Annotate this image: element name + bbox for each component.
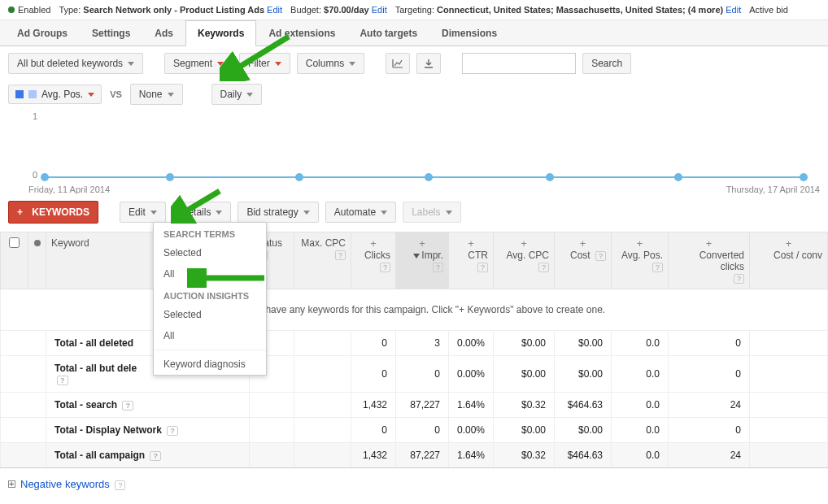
select-all-checkbox[interactable] [9, 237, 20, 248]
automate-dropdown[interactable]: Automate [325, 202, 396, 223]
budget-group: Budget: $70.00/day Edit [290, 5, 387, 15]
chart-point [425, 173, 433, 181]
chevron-down-icon [168, 93, 174, 97]
chart-point [166, 173, 174, 181]
filter-toolbar: All but deleted keywords Segment Filter … [0, 46, 828, 80]
details-menu-item-all[interactable]: All [154, 263, 266, 285]
chevron-down-icon [88, 93, 94, 97]
tab-settings[interactable]: Settings [80, 20, 142, 46]
sort-desc-icon [413, 254, 420, 259]
enabled-status: Enabled [8, 5, 50, 15]
col-cost[interactable]: +Cost ? [555, 232, 612, 289]
total-row-deleted: Total - all deleted030.00%$0.00$0.000.00 [1, 331, 828, 356]
tab-keywords[interactable]: Keywords [185, 20, 256, 46]
chevron-down-icon [216, 211, 222, 215]
col-converted-clicks[interactable]: +Converted clicks? [669, 232, 750, 289]
col-avg-pos[interactable]: +Avg. Pos.? [612, 232, 669, 289]
chart-toggle-button[interactable] [386, 53, 410, 74]
vs-label: VS [110, 89, 122, 99]
tab-ad-extensions[interactable]: Ad extensions [256, 20, 347, 46]
chevron-down-icon [150, 211, 157, 215]
segment-dropdown[interactable]: Segment [164, 53, 233, 74]
campaign-info-bar: Enabled Type: Search Network only - Prod… [0, 0, 828, 20]
y-axis-tick: 1 [33, 111, 37, 121]
col-avg-cpc[interactable]: +Avg. CPC ? [494, 232, 555, 289]
download-icon [424, 59, 434, 68]
keywords-table: Keyword Status? Max. CPC? +Clicks? +Impr… [0, 232, 828, 468]
download-button[interactable] [416, 53, 441, 74]
add-keywords-button[interactable]: + KEYWORDS [8, 201, 98, 224]
labels-dropdown[interactable]: Labels [403, 202, 460, 223]
col-cost-per-conv[interactable]: +Cost / conv [750, 232, 828, 289]
edit-type-link[interactable]: Edit [267, 5, 282, 15]
chevron-down-icon [128, 62, 134, 66]
chart-point [800, 173, 808, 181]
chart-point [41, 173, 49, 181]
negative-keywords-toggle[interactable]: Negative keywords ? [0, 468, 828, 500]
color-swatch-secondary [28, 90, 37, 98]
search-button[interactable]: Search [582, 53, 631, 74]
filter-dropdown[interactable]: Filter [239, 53, 290, 74]
columns-dropdown[interactable]: Columns [297, 53, 364, 74]
empty-state-row: You don't have any keywords for this cam… [1, 289, 828, 331]
chart-point [295, 173, 303, 181]
chevron-down-icon [246, 93, 253, 97]
status-dot-icon [8, 7, 15, 13]
keyword-filter-dropdown[interactable]: All but deleted keywords [8, 53, 143, 74]
metrics-chart: 1 0 Friday, 11 April 2014 Thursday, 17 A… [45, 111, 804, 185]
targeting-group: Targeting: Connecticut, United States; M… [395, 5, 741, 15]
total-row-display-network: Total - Display Network ?000.00%$0.00$0.… [1, 418, 828, 443]
details-menu-item-keyword-diagnosis[interactable]: Keyword diagnosis [154, 354, 266, 375]
details-menu-item-selected[interactable]: Selected [154, 242, 266, 263]
edit-dropdown[interactable]: Edit [120, 202, 166, 223]
chart-point [674, 173, 682, 181]
type-group: Type: Search Network only - Product List… [59, 5, 282, 15]
edit-budget-link[interactable]: Edit [372, 5, 387, 15]
details-dropdown[interactable]: Details [172, 202, 232, 223]
granularity-dropdown[interactable]: Daily [211, 84, 263, 105]
chevron-down-icon [446, 211, 452, 215]
bid-strategy-dropdown[interactable]: Bid strategy [238, 202, 318, 223]
tab-auto-targets[interactable]: Auto targets [347, 20, 429, 46]
tab-ad-groups[interactable]: Ad Groups [5, 20, 80, 46]
metric-toolbar: Avg. Pos. VS None Daily [0, 80, 828, 111]
chevron-down-icon [349, 62, 355, 66]
keyword-actions-row: + KEYWORDS Edit Details Bid strategy Aut… [0, 193, 828, 232]
details-menu-heading-auction-insights: AUCTION INSIGHTS [154, 285, 266, 304]
search-input[interactable] [462, 53, 576, 74]
total-row-all-campaign: Total - all campaign ?1,43287,2271.64%$0… [1, 443, 828, 468]
col-max-cpc[interactable]: Max. CPC? [294, 232, 351, 289]
col-ctr[interactable]: +CTR ? [449, 232, 494, 289]
expand-icon [8, 480, 15, 488]
compare-metric-dropdown[interactable]: None [130, 84, 183, 105]
active-bid-label: Active bid [749, 5, 788, 15]
chevron-down-icon [275, 62, 281, 66]
chevron-down-icon [217, 62, 224, 66]
tab-dimensions[interactable]: Dimensions [429, 20, 509, 46]
primary-metric-chip[interactable]: Avg. Pos. [8, 85, 102, 104]
col-clicks[interactable]: +Clicks? [351, 232, 396, 289]
total-row-all-but-deleted: Total - all but dele?000.00%$0.00$0.000.… [1, 356, 828, 393]
chevron-down-icon [381, 211, 387, 215]
chart-point [546, 173, 554, 181]
y-axis-tick: 0 [33, 170, 37, 180]
tab-ads[interactable]: Ads [142, 20, 185, 46]
details-menu-item-auction-all[interactable]: All [154, 325, 266, 346]
edit-targeting-link[interactable]: Edit [726, 5, 741, 15]
color-swatch-primary [15, 90, 24, 98]
chevron-down-icon [303, 211, 310, 215]
details-menu-item-auction-selected[interactable]: Selected [154, 304, 266, 325]
col-impr[interactable]: +Impr. ? [396, 232, 449, 289]
status-column-icon [34, 240, 41, 246]
chart-icon [392, 59, 403, 68]
campaign-tabs: Ad Groups Settings Ads Keywords Ad exten… [0, 20, 828, 46]
details-menu-heading-search-terms: SEARCH TERMS [154, 223, 266, 242]
details-menu: SEARCH TERMS Selected All AUCTION INSIGH… [153, 222, 267, 376]
total-row-search: Total - search ?1,43287,2271.64%$0.32$46… [1, 393, 828, 418]
